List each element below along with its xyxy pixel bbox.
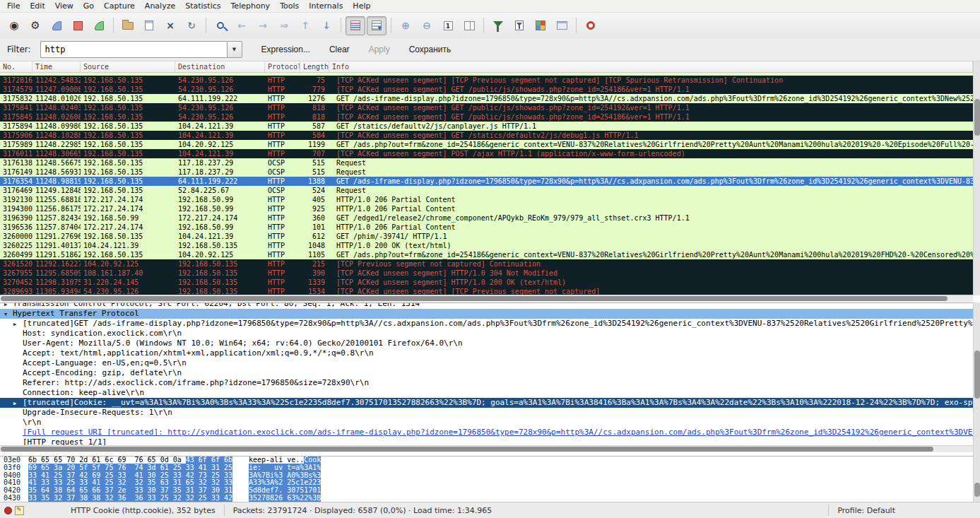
packet-list-hscroll-thumb[interactable] xyxy=(1,296,947,301)
filter-input[interactable] xyxy=(40,41,227,58)
colorize-list-button[interactable] xyxy=(346,16,365,35)
packet-row[interactable]: 317589411248.09980(192.168.50.135104.24.… xyxy=(0,122,973,131)
capture-stop-button[interactable] xyxy=(68,16,88,35)
packet-row[interactable]: 317583211248.01020(192.168.50.13564.111.… xyxy=(0,94,973,103)
column-header-length[interactable]: Length xyxy=(300,61,329,72)
go-forward-button[interactable]: → xyxy=(253,16,273,35)
detail-line[interactable]: ▶[truncated]GET /ads-iframe-display.php?… xyxy=(0,319,973,329)
detail-line[interactable]: ▼Hypertext Transfer Protocol xyxy=(0,309,973,319)
packet-row[interactable]: 328969311305.93494(54.230.95.126192.168.… xyxy=(0,287,973,295)
expression-button[interactable]: Expression... xyxy=(261,45,310,54)
apply-button[interactable]: Apply xyxy=(369,45,390,54)
detail-line[interactable]: Accept: text/html,application/xhtml+xml,… xyxy=(0,348,973,358)
menu-file[interactable]: File xyxy=(2,0,25,12)
packet-row[interactable]: 326000011291.27696(192.168.50.135104.24.… xyxy=(0,232,973,241)
detail-line[interactable]: User-Agent: Mozilla/5.0 (Windows NT 10.0… xyxy=(0,339,973,348)
column-header-time[interactable]: Time xyxy=(33,61,81,72)
close-capture-button[interactable]: × xyxy=(160,16,180,35)
details-vscroll-thumb[interactable] xyxy=(974,351,980,399)
expander-open-icon[interactable]: ▼ xyxy=(4,310,7,319)
packet-row[interactable]: 326022511291.40137(104.24.121.39192.168.… xyxy=(0,241,973,250)
clear-button[interactable]: Clear xyxy=(329,45,350,54)
detail-line[interactable]: Referer: http://ads.exoclick.com/iframe.… xyxy=(0,378,973,388)
menu-internals[interactable]: Internals xyxy=(304,0,348,12)
hex-vscrollbar[interactable] xyxy=(973,456,980,502)
menu-help[interactable]: Help xyxy=(348,0,375,12)
packet-row[interactable]: 326049911291.51862(192.168.50.135104.20.… xyxy=(0,250,973,259)
zoom-in-button[interactable]: ⊕ xyxy=(396,16,415,35)
menu-go[interactable]: Go xyxy=(78,0,99,12)
detail-line[interactable]: ▶[truncated]Cookie: __uvt=a%3A1%3A%7Bi%3… xyxy=(0,398,973,408)
column-header-destination[interactable]: Destination xyxy=(175,61,265,72)
display-filter-button[interactable] xyxy=(509,16,529,35)
packet-row[interactable]: 317646911249.12848(192.168.50.13552.84.2… xyxy=(0,186,973,195)
hex-vscroll-thumb[interactable] xyxy=(974,483,980,497)
go-to-top-button[interactable]: ↑ xyxy=(295,16,315,35)
detail-line[interactable]: [HTTP request 1/1] xyxy=(0,437,973,445)
column-header-protocol[interactable]: Protocol xyxy=(265,61,300,72)
detail-line[interactable]: [Full request URI [truncated]: http://sy… xyxy=(0,428,973,437)
packet-row[interactable]: 317457911247.09008(192.168.50.13554.230.… xyxy=(0,85,973,94)
menu-capture[interactable]: Capture xyxy=(99,0,140,12)
capture-restart-button[interactable] xyxy=(89,16,109,35)
find-packet-button[interactable] xyxy=(211,16,230,35)
expander-closed-icon[interactable]: ▶ xyxy=(4,302,7,309)
filter-dropdown-button[interactable]: ▼ xyxy=(227,41,242,58)
menu-statistics[interactable]: Statistics xyxy=(180,0,225,12)
menu-edit[interactable]: Edit xyxy=(25,0,49,12)
capture-start-button[interactable] xyxy=(47,16,66,35)
packet-row[interactable]: 319639011257.82434(192.168.50.99172.217.… xyxy=(0,213,973,223)
coloring-rules-button[interactable] xyxy=(531,16,550,35)
packet-row[interactable]: 317590611248.10288(192.168.50.135104.24.… xyxy=(0,131,973,140)
preferences-button[interactable] xyxy=(552,16,572,35)
packet-row[interactable]: 317281611242.54832(192.168.50.13554.230.… xyxy=(0,76,973,85)
column-header-source[interactable]: Source xyxy=(81,61,175,72)
packet-row[interactable]: 317598911248.22985(192.168.50.135104.20.… xyxy=(0,140,973,149)
zoom-100-button[interactable]: 1 xyxy=(438,16,458,35)
go-to-bottom-button[interactable]: ↓ xyxy=(317,16,336,35)
detail-line[interactable]: ▶Transmission Control Protocol, Src Port… xyxy=(0,302,973,309)
save-capture-button[interactable] xyxy=(139,16,159,35)
expander-closed-icon[interactable]: ▶ xyxy=(13,399,16,408)
auto-scroll-button[interactable] xyxy=(367,16,386,35)
detail-line[interactable]: Accept-Language: en-US,en;q=0.5\r\n xyxy=(0,358,973,368)
packet-row[interactable]: 326795511295.68509(108.161.187.40192.168… xyxy=(0,269,973,278)
expert-info-icon[interactable] xyxy=(4,507,12,514)
detail-line[interactable]: \r\n xyxy=(0,418,973,428)
expander-closed-icon[interactable]: ▶ xyxy=(13,319,16,329)
packet-row[interactable]: 319430011256.86175(172.217.24.174192.168… xyxy=(0,204,973,213)
packet-row[interactable]: 319653611257.87404(172.217.24.174192.168… xyxy=(0,223,973,232)
go-to-packet-button[interactable]: ⇒ xyxy=(274,16,294,35)
packet-row[interactable]: 317584511248.02608(192.168.50.13554.230.… xyxy=(0,112,973,122)
detail-line[interactable]: Upgrade-Insecure-Requests: 1\r\n xyxy=(0,408,973,418)
go-back-button[interactable]: ← xyxy=(232,16,252,35)
open-capture-button[interactable] xyxy=(118,16,138,35)
details-vscrollbar[interactable] xyxy=(973,302,980,456)
packet-row[interactable]: 327045211298.31075(31.220.24.145192.168.… xyxy=(0,278,973,287)
menu-tools[interactable]: Tools xyxy=(275,0,304,12)
packet-row[interactable]: 317601111248.30665(192.168.50.135104.24.… xyxy=(0,149,973,158)
reload-capture-button[interactable]: ↻ xyxy=(182,16,201,35)
column-header-no[interactable]: No. xyxy=(0,61,33,72)
menu-telephony[interactable]: Telephony xyxy=(226,0,276,12)
packet-row[interactable]: 317613811248.56675:192.168.50.135117.18.… xyxy=(0,158,973,167)
profile-indicator[interactable]: Profile: Default xyxy=(837,506,895,515)
packet-list-hscrollbar[interactable] xyxy=(0,295,973,302)
capture-comment-icon[interactable] xyxy=(15,506,24,515)
detail-line[interactable]: Connection: keep-alive\r\n xyxy=(0,388,973,398)
column-header-info[interactable]: Info xyxy=(329,61,973,72)
packet-row[interactable]: 317584111248.02403(192.168.50.13554.230.… xyxy=(0,103,973,112)
packet-row[interactable]: 326152011292.16227(104.20.92.125192.168.… xyxy=(0,259,973,269)
menu-analyze[interactable]: Analyze xyxy=(140,0,180,12)
detail-line[interactable]: Accept-Encoding: gzip, deflate\r\n xyxy=(0,368,973,378)
resize-columns-button[interactable] xyxy=(459,16,479,35)
details-hscroll-thumb[interactable] xyxy=(1,447,933,452)
packet-list-vscroll-thumb[interactable] xyxy=(974,99,980,136)
capture-filter-button[interactable] xyxy=(488,16,508,35)
packet-row[interactable]: 317614911248.56931:192.168.50.135117.18.… xyxy=(0,167,973,177)
help-button[interactable] xyxy=(581,16,601,35)
detail-line[interactable]: Host: syndication.exoclick.com\r\n xyxy=(0,329,973,339)
hex-row[interactable]: 043033 35 32 37 38 38 32 36 36 33 25 32 … xyxy=(0,495,973,502)
capture-options-button[interactable]: ⚙ xyxy=(25,16,45,35)
packet-row[interactable]: 317635411248.98819:192.168.50.13564.111.… xyxy=(0,177,973,186)
